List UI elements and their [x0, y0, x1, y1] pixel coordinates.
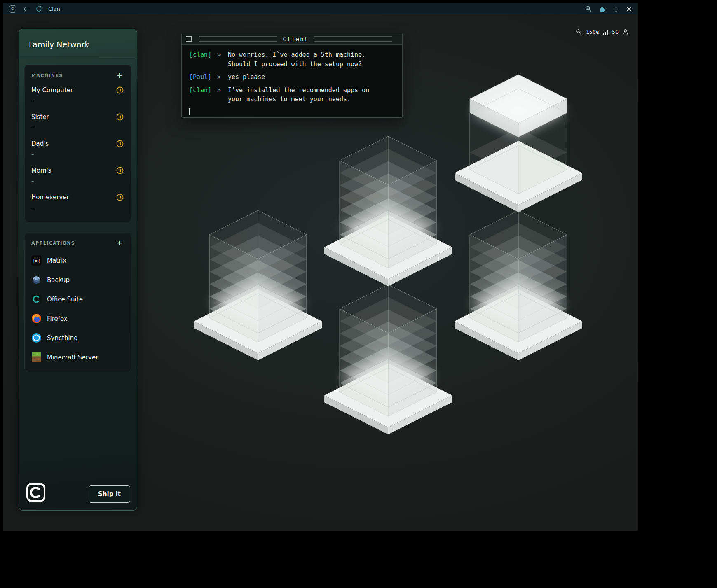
status-cluster: 150% 5G: [576, 29, 630, 35]
message-sender: [clan]: [189, 86, 212, 104]
text-cursor: [189, 108, 190, 115]
titlebar-lines-right: [314, 36, 392, 42]
office-suite-icon: [31, 294, 42, 304]
minecraft-icon: [31, 352, 42, 362]
back-icon[interactable]: [22, 5, 30, 13]
status-paused-icon[interactable]: [116, 167, 124, 174]
zoom-level: 150%: [586, 29, 599, 35]
machine-node-3[interactable]: [192, 198, 324, 362]
app-row-matrix[interactable]: [m] Matrix: [31, 251, 124, 270]
chat-message: [clan] > I've installed the recommended …: [189, 86, 395, 104]
app-row-minecraft-server[interactable]: Minecraft Server: [31, 348, 124, 367]
terminal-titlebar: Client: [182, 33, 402, 45]
machine-row-my-computer[interactable]: My Computer –: [31, 83, 124, 110]
titlebar-lines-left: [199, 36, 277, 42]
machines-section: MACHINES + My Computer – Sister – Dad's …: [24, 65, 131, 222]
chat-message: [clan] > No worries. I`ve added a 5th ma…: [189, 50, 395, 69]
reload-icon[interactable]: [35, 5, 42, 12]
extensions-icon[interactable]: [599, 5, 606, 13]
terminal-window-icon[interactable]: [186, 36, 192, 42]
app-row-syncthing[interactable]: Syncthing: [31, 328, 124, 348]
status-paused-icon[interactable]: [116, 113, 124, 121]
message-sender: [clan]: [189, 50, 212, 69]
message-prompt: >: [217, 86, 223, 104]
user-icon[interactable]: [622, 29, 628, 35]
page-title: Clan: [48, 6, 60, 12]
signal-bars-icon: [602, 29, 608, 35]
machine-node-2[interactable]: [452, 49, 584, 214]
syncthing-icon: [31, 333, 42, 343]
message-text: I've installed the recommended apps on y…: [228, 86, 378, 104]
machines-header: MACHINES: [31, 73, 63, 78]
app-row-backup[interactable]: Backup: [31, 270, 124, 289]
client-terminal: Client [clan] > No worries. I`ve added a…: [181, 33, 403, 118]
machine-node-4[interactable]: [452, 198, 584, 362]
message-text: yes please: [228, 72, 378, 82]
family-network-panel: Family Network MACHINES + My Computer – …: [19, 29, 137, 511]
machine-node-1[interactable]: [322, 124, 454, 288]
status-paused-icon[interactable]: [116, 86, 124, 94]
app-row-firefox[interactable]: Firefox: [31, 309, 124, 328]
chat-message: [Paul] > yes please: [189, 72, 395, 82]
status-paused-icon[interactable]: [116, 194, 124, 201]
clan-app-icon: C: [9, 5, 16, 13]
clan-logo: [26, 482, 46, 503]
firefox-icon: [31, 313, 42, 324]
terminal-input[interactable]: [clan] > No worries. I`ve added a 5th ma…: [182, 45, 402, 121]
applications-header: APPLICATIONS: [31, 240, 75, 246]
machine-node-5[interactable]: [322, 272, 454, 436]
close-icon[interactable]: [626, 6, 632, 12]
zoom-icon[interactable]: [585, 5, 592, 12]
message-prompt: >: [217, 72, 223, 82]
message-prompt: >: [217, 50, 223, 69]
backup-icon: [31, 275, 42, 285]
sidebar-footer: Ship it: [19, 476, 137, 510]
svg-text:[m]: [m]: [33, 259, 40, 263]
machine-row-dads[interactable]: Dad's –: [31, 137, 124, 163]
add-machine-button[interactable]: +: [115, 72, 124, 79]
message-sender: [Paul]: [189, 72, 212, 82]
browser-chrome: C Clan: [3, 3, 638, 14]
app-row-office-suite[interactable]: Office Suite: [31, 289, 124, 309]
status-paused-icon[interactable]: [116, 140, 124, 147]
ship-it-button[interactable]: Ship it: [89, 485, 130, 503]
panel-title: Family Network: [19, 29, 137, 58]
network-label: 5G: [612, 29, 619, 35]
message-text: No worries. I`ve added a 5th machine. Sh…: [228, 50, 378, 69]
applications-section: APPLICATIONS + [m] Matrix Backup Office …: [24, 232, 131, 372]
zoom-level-icon[interactable]: [576, 29, 582, 35]
terminal-title: Client: [283, 36, 309, 42]
menu-kebab-icon[interactable]: [613, 6, 619, 12]
add-application-button[interactable]: +: [115, 239, 124, 247]
matrix-icon: [m]: [31, 255, 42, 266]
machine-row-sister[interactable]: Sister –: [31, 110, 124, 137]
machine-row-moms[interactable]: Mom's –: [31, 163, 124, 190]
machine-row-homeserver[interactable]: Homeserver –: [31, 190, 124, 217]
